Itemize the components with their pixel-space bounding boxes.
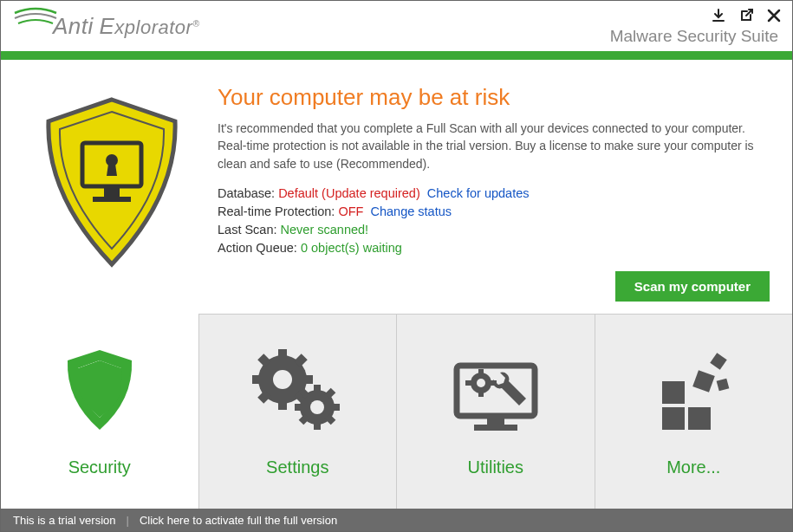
svg-point-13: [273, 370, 292, 389]
svg-rect-6: [278, 398, 287, 410]
tab-label: Security: [68, 457, 131, 477]
svg-rect-5: [278, 349, 287, 361]
status-shield-icon: [25, 84, 198, 305]
main-panel: Your computer may be at risk It's recomm…: [1, 60, 792, 314]
external-link-icon[interactable]: [737, 6, 756, 25]
change-status-link[interactable]: Change status: [370, 204, 452, 218]
tab-settings[interactable]: Settings: [199, 315, 398, 509]
header: Anti Explorator® Malware Security Suite: [1, 1, 792, 51]
shield-icon: [61, 347, 139, 433]
apps-icon: [650, 347, 737, 433]
svg-point-32: [477, 379, 485, 387]
svg-rect-8: [301, 375, 313, 384]
footer: This is a trial version | Click here to …: [1, 509, 792, 531]
svg-rect-37: [711, 353, 727, 369]
svg-point-23: [310, 400, 324, 414]
tab-security[interactable]: Security: [1, 315, 199, 509]
database-status: Database: Default (Update required) Chec…: [218, 186, 768, 200]
tab-bar: Security: [1, 314, 792, 509]
svg-rect-7: [252, 375, 264, 384]
svg-rect-24: [457, 366, 535, 416]
accent-bar: [1, 51, 792, 60]
svg-rect-2: [93, 197, 131, 202]
tab-utilities[interactable]: Utilities: [397, 315, 595, 509]
brand-part2: xplorator: [114, 16, 192, 38]
tab-more[interactable]: More...: [595, 315, 793, 509]
trial-notice: This is a trial version: [13, 514, 115, 527]
tab-label: Utilities: [468, 457, 523, 477]
risk-title: Your computer may be at risk: [218, 84, 768, 111]
svg-rect-26: [474, 425, 517, 431]
activate-link[interactable]: Click here to activate full the full ver…: [140, 514, 337, 527]
monitor-tools-icon: [448, 347, 543, 433]
risk-description: It's recommended that you complete a Ful…: [218, 120, 768, 172]
svg-rect-18: [330, 404, 340, 411]
svg-rect-30: [465, 380, 472, 386]
tab-label: More...: [666, 457, 720, 477]
svg-rect-25: [487, 418, 504, 425]
last-scan-status: Last Scan: Never scanned!: [218, 223, 768, 237]
svg-rect-38: [717, 378, 730, 391]
svg-rect-15: [314, 385, 321, 394]
brand-part1: Anti: [53, 13, 94, 39]
close-icon[interactable]: [764, 6, 783, 25]
check-updates-link[interactable]: Check for updates: [427, 186, 530, 200]
scan-my-computer-button[interactable]: Scan my computer: [615, 271, 770, 302]
download-icon[interactable]: [709, 6, 728, 25]
svg-rect-33: [662, 381, 685, 404]
svg-rect-28: [478, 369, 484, 376]
svg-rect-17: [295, 404, 304, 411]
svg-rect-35: [688, 407, 711, 430]
svg-rect-29: [478, 390, 484, 397]
gears-icon: [250, 347, 345, 433]
tab-label: Settings: [266, 457, 328, 477]
svg-rect-34: [662, 407, 685, 430]
realtime-protection-status: Real-time Protection: OFF Change status: [218, 204, 768, 218]
svg-rect-16: [314, 420, 321, 430]
svg-rect-1: [104, 188, 120, 197]
suite-label: Malware Security Suite: [610, 27, 778, 46]
svg-rect-36: [692, 370, 715, 393]
action-queue-status: Action Queue: 0 object(s) waiting: [218, 241, 768, 255]
